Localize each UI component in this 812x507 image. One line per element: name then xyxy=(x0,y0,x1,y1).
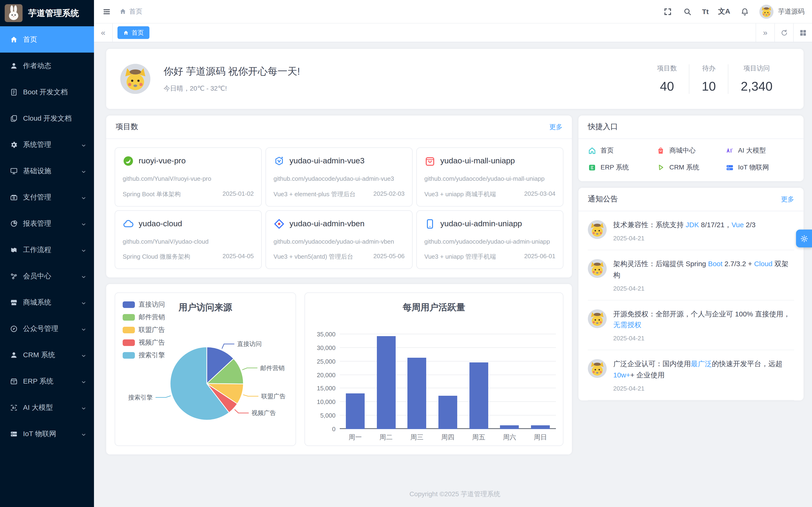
font-size-icon[interactable]: Tt xyxy=(702,7,709,15)
bar-chart-title: 每周用户活跃量 xyxy=(305,301,563,314)
projects-header: 项目数 xyxy=(116,122,138,132)
project-name: yudao-ui-admin-vue3 xyxy=(290,156,364,166)
x-tick-label: 周一 xyxy=(340,433,370,442)
legend-item[interactable]: 直接访问 xyxy=(123,300,165,309)
search-icon[interactable] xyxy=(682,6,693,17)
notices-more-link[interactable]: 更多 xyxy=(781,195,794,204)
y-tick-label: 5,000 xyxy=(320,412,336,419)
notice-link[interactable]: Vue xyxy=(731,221,744,229)
legend-swatch xyxy=(123,301,135,308)
stat-1: 待办10 xyxy=(689,64,728,94)
legend-item[interactable]: 邮件营销 xyxy=(123,313,165,322)
notice-item[interactable]: 技术兼容性：系统支持 JDK 8/17/21，Vue 2/32025-04-21 xyxy=(588,211,794,250)
svg-text:联盟广告: 联盟广告 xyxy=(261,393,286,400)
document-icon xyxy=(10,88,18,96)
sidebar-item-erp[interactable]: ERP 系统 xyxy=(0,368,94,394)
greeting-title: 你好 芋道源码 祝你开心每一天! xyxy=(163,65,300,78)
project-card-yudao-cloud[interactable]: yudao-cloudgithub.com/YunaiV/yudao-cloud… xyxy=(115,210,262,269)
quick-entry-home[interactable]: 首页 xyxy=(588,147,657,155)
svg-text:直接访问: 直接访问 xyxy=(237,340,261,347)
notice-item[interactable]: 广泛企业认可：国内使用最广泛的快速开发平台，远超 10w++ 企业使用2025-… xyxy=(588,350,794,400)
project-card-yudao-ui-mall-uniapp[interactable]: yudao-ui-mall-uniappgithub.com/yudaocode… xyxy=(416,148,563,206)
breadcrumb[interactable]: 首页 xyxy=(119,7,142,16)
quick-entry-ai-model[interactable]: AI 大模型 xyxy=(725,147,794,155)
sidebar-item-crm[interactable]: CRM 系统 xyxy=(0,342,94,368)
navbar: 首页 Tt 文A 芋道源码 xyxy=(94,0,812,23)
notice-link[interactable]: Boot xyxy=(708,260,722,268)
logo-row[interactable]: 芋道管理系统 xyxy=(0,0,94,26)
sidebar-item-label: 报表管理 xyxy=(23,219,81,228)
copy-document-icon xyxy=(10,114,18,122)
legend-swatch xyxy=(123,314,135,321)
stat-value: 40 xyxy=(657,79,677,94)
y-tick-label: 35,000 xyxy=(317,331,336,338)
legend-item[interactable]: 联盟广告 xyxy=(123,326,165,334)
username-label[interactable]: 芋道源码 xyxy=(778,7,805,16)
user-icon xyxy=(10,62,18,70)
sidebar-item-iot[interactable]: IoT 物联网 xyxy=(0,420,94,447)
project-card-yudao-ui-admin-vben[interactable]: yudao-ui-admin-vbengithub.com/yudaocode/… xyxy=(265,210,413,269)
sidebar-item-infra[interactable]: 基础设施 xyxy=(0,158,94,184)
bar xyxy=(531,426,550,429)
legend-item[interactable]: 视频广告 xyxy=(123,338,165,347)
sidebar-item-system[interactable]: 系统管理 xyxy=(0,131,94,158)
notice-link[interactable]: 10w+ xyxy=(613,371,630,379)
sidebar-item-author-trends[interactable]: 作者动态 xyxy=(0,53,94,79)
tags-scroll-right-icon[interactable]: » xyxy=(756,23,774,42)
sidebar-item-member[interactable]: 会员中心 xyxy=(0,263,94,289)
quick-entry-label: ERP 系统 xyxy=(601,163,629,172)
notice-link[interactable]: 最广泛 xyxy=(691,360,712,368)
settings-gear-button[interactable] xyxy=(796,230,812,247)
project-url: github.com/yudaocode/yudao-ui-admin-vben xyxy=(273,237,405,246)
x-tick-label: 周三 xyxy=(402,433,432,442)
quick-entry-grid: 首页商城中心AI 大模型ERP 系统CRM 系统IoT 物联网 xyxy=(578,139,804,181)
fullscreen-icon[interactable] xyxy=(663,6,673,17)
quick-entry-erp[interactable]: ERP 系统 xyxy=(588,163,657,172)
quick-entry-label: CRM 系统 xyxy=(669,163,700,172)
notice-avatar xyxy=(588,309,607,328)
notice-title: 技术兼容性：系统支持 JDK 8/17/21，Vue 2/3 xyxy=(613,219,794,230)
project-card-ruoyi-vue-pro[interactable]: ruoyi-vue-progithub.com/YunaiV/ruoyi-vue… xyxy=(115,148,262,206)
notification-bell-icon[interactable] xyxy=(740,6,750,17)
sidebar-item-mp[interactable]: 公众号管理 xyxy=(0,316,94,342)
project-card-yudao-ui-admin-vue3[interactable]: yudao-ui-admin-vue3github.com/yudaocode/… xyxy=(265,148,413,206)
notice-link[interactable]: JDK xyxy=(686,221,699,229)
bar xyxy=(408,358,426,429)
language-icon[interactable]: 文A xyxy=(718,7,730,16)
y-tick-label: 25,000 xyxy=(317,358,336,365)
sidebar-item-cloud-doc[interactable]: Cloud 开发文档 xyxy=(0,105,94,131)
user-avatar[interactable] xyxy=(759,4,773,18)
sidebar-item-label: 会员中心 xyxy=(23,272,81,280)
stat-value: 10 xyxy=(702,79,716,94)
chevron-down-icon xyxy=(81,431,87,437)
tags-scroll-left-icon[interactable]: « xyxy=(94,23,113,42)
notice-item[interactable]: 架构灵活性：后端提供 Spring Boot 2.7/3.2 + Cloud 双… xyxy=(588,250,794,300)
project-name: yudao-ui-admin-vben xyxy=(290,219,364,228)
q-crm-icon xyxy=(657,163,665,172)
stat-label: 项目访问 xyxy=(741,64,772,72)
sidebar-item-ai[interactable]: AI 大模型 xyxy=(0,394,94,420)
hamburger-menu-icon[interactable] xyxy=(101,6,112,17)
quick-entry-crm[interactable]: CRM 系统 xyxy=(657,163,725,172)
sidebar-item-boot-doc[interactable]: Boot 开发文档 xyxy=(0,79,94,105)
quick-entry-mall-center[interactable]: 商城中心 xyxy=(657,147,725,155)
notice-link[interactable]: Cloud xyxy=(754,260,772,268)
quick-entry-iot[interactable]: IoT 物联网 xyxy=(725,163,794,172)
sidebar-item-pay[interactable]: 支付管理 xyxy=(0,184,94,210)
x-tick-label: 周二 xyxy=(370,433,401,442)
notice-item[interactable]: 开源免授权：全部开源，个人与企业可 100% 直接使用，无需授权2025-04-… xyxy=(588,300,794,350)
refresh-icon[interactable] xyxy=(774,23,793,42)
sidebar-item-label: 系统管理 xyxy=(23,140,81,149)
legend-item[interactable]: 搜索引擎 xyxy=(123,351,165,359)
tags-area: 首页 xyxy=(113,23,756,42)
breadcrumb-label: 首页 xyxy=(129,7,142,16)
sidebar-item-report[interactable]: 报表管理 xyxy=(0,210,94,237)
notice-link[interactable]: 无需授权 xyxy=(613,321,642,329)
layout-grid-icon[interactable] xyxy=(793,23,812,42)
projects-more-link[interactable]: 更多 xyxy=(549,123,562,131)
sidebar-item-mall[interactable]: 商城系统 xyxy=(0,289,94,316)
project-card-yudao-ui-admin-uniapp[interactable]: yudao-ui-admin-uniappgithub.com/yudaocod… xyxy=(416,210,563,269)
sidebar-item-workflow[interactable]: 工作流程 xyxy=(0,237,94,263)
sidebar-item-home[interactable]: 首页 xyxy=(0,26,94,53)
tab-home[interactable]: 首页 xyxy=(117,26,149,39)
